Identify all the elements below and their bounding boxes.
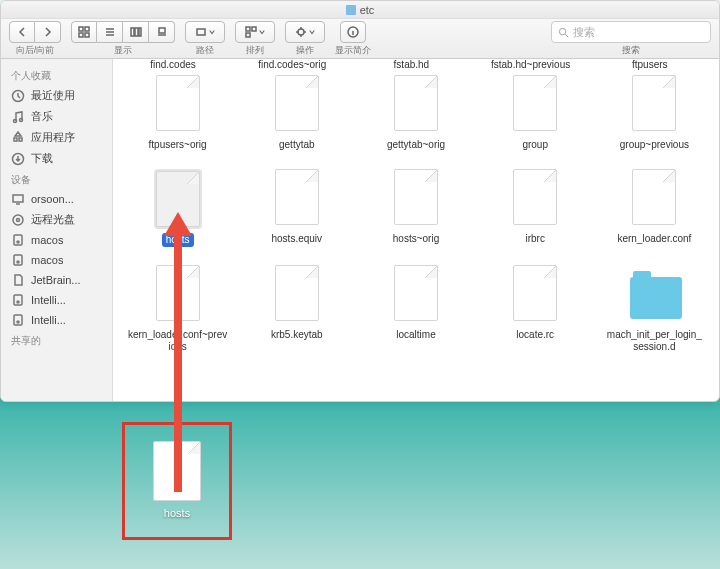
svg-point-29 [17, 321, 19, 323]
file-item[interactable]: hosts~orig [361, 169, 470, 247]
sidebar-item[interactable]: JetBrain... [1, 270, 112, 290]
file-name[interactable]: fstab.hd [361, 59, 461, 71]
file-item[interactable]: hosts.equiv [242, 169, 351, 247]
forward-button[interactable] [35, 21, 61, 43]
file-icon [513, 265, 557, 321]
disk-icon [11, 253, 25, 267]
file-item[interactable]: localtime [361, 265, 470, 353]
svg-rect-3 [85, 33, 89, 37]
file-name: mach_init_per_login_session.d [604, 329, 704, 353]
view-icon-button[interactable] [71, 21, 97, 43]
file-item[interactable]: kern_loader.conf [600, 169, 709, 247]
file-item[interactable]: mach_init_per_login_session.d [600, 265, 709, 353]
view-label: 显示 [114, 44, 132, 57]
sidebar-item[interactable]: Intelli... [1, 290, 112, 310]
file-item[interactable]: group~previous [600, 75, 709, 151]
info-button[interactable] [340, 21, 366, 43]
file-item[interactable]: ftpusers~orig [123, 75, 232, 151]
file-name: hosts~orig [393, 233, 439, 245]
apps-icon [11, 131, 25, 145]
file-name[interactable]: find.codes [123, 59, 223, 71]
file-name: hosts [162, 233, 194, 247]
file-item[interactable]: irbrc [481, 169, 590, 247]
monitor-icon [11, 192, 25, 206]
sort-button[interactable] [235, 21, 275, 43]
sidebar-item-label: 下载 [31, 151, 53, 166]
svg-point-25 [17, 261, 19, 263]
sidebar-item[interactable]: 应用程序 [1, 127, 112, 148]
file-name: ftpusers~orig [149, 139, 207, 151]
file-item[interactable]: krb5.keytab [242, 265, 351, 353]
action-button[interactable] [285, 21, 325, 43]
sidebar-item[interactable]: 音乐 [1, 106, 112, 127]
file-name: group [522, 139, 548, 151]
sidebar-item-label: Intelli... [31, 314, 66, 326]
file-name: group~previous [620, 139, 689, 151]
sidebar-item-label: 应用程序 [31, 130, 75, 145]
svg-point-21 [17, 218, 20, 221]
sidebar-item[interactable]: 下载 [1, 148, 112, 169]
disk-icon [11, 293, 25, 307]
sidebar-item-label: 最近使用 [31, 88, 75, 103]
file-icon [394, 75, 438, 131]
sidebar-item-label: orsoon... [31, 193, 74, 205]
sidebar-item[interactable]: macos [1, 250, 112, 270]
file-icon [513, 169, 557, 225]
sidebar: 个人收藏 最近使用 音乐 应用程序 下载 设备 orsoon... 远程光盘 m… [1, 59, 113, 401]
file-item[interactable]: hosts [123, 169, 232, 247]
svg-point-16 [14, 119, 17, 122]
file-icon [394, 169, 438, 225]
music-icon [11, 110, 25, 124]
svg-rect-11 [246, 33, 250, 37]
sidebar-item[interactable]: 远程光盘 [1, 209, 112, 230]
sidebar-item[interactable]: 最近使用 [1, 85, 112, 106]
titlebar[interactable]: etc [1, 1, 719, 19]
file-item[interactable]: gettytab~orig [361, 75, 470, 151]
file-name: hosts.equiv [271, 233, 322, 245]
file-item[interactable]: group [481, 75, 590, 151]
folder-icon [346, 5, 356, 15]
sidebar-item[interactable]: Intelli... [1, 310, 112, 330]
desktop-file-hosts[interactable]: hosts [122, 422, 232, 540]
file-item[interactable]: locate.rc [481, 265, 590, 353]
file-item[interactable]: gettytab [242, 75, 351, 151]
path-button[interactable] [185, 21, 225, 43]
disk-icon [11, 313, 25, 327]
file-icon [275, 265, 319, 321]
search-placeholder: 搜索 [573, 25, 595, 40]
file-name: localtime [396, 329, 435, 341]
disk-icon [11, 233, 25, 247]
doc-icon [11, 273, 25, 287]
view-column-button[interactable] [123, 21, 149, 43]
svg-point-23 [17, 241, 19, 243]
file-item[interactable]: kern_loader.conf~previous [123, 265, 232, 353]
file-name[interactable]: fstab.hd~previous [481, 59, 581, 71]
disc-icon [11, 213, 25, 227]
view-coverflow-button[interactable] [149, 21, 175, 43]
back-button[interactable] [9, 21, 35, 43]
file-icon [632, 75, 676, 131]
svg-point-17 [20, 118, 23, 121]
file-icon [156, 75, 200, 131]
path-label: 路径 [196, 44, 214, 57]
toolbar: 向后/向前 显示 路径 排列 操作 显示简介 [1, 19, 719, 59]
sidebar-item[interactable]: orsoon... [1, 189, 112, 209]
file-icon [156, 265, 200, 321]
file-icon [394, 265, 438, 321]
sidebar-item[interactable]: macos [1, 230, 112, 250]
svg-point-27 [17, 301, 19, 303]
file-icon [275, 75, 319, 131]
search-input[interactable]: 搜索 [551, 21, 711, 43]
view-list-button[interactable] [97, 21, 123, 43]
clock-icon [11, 89, 25, 103]
file-name[interactable]: find.codes~orig [242, 59, 342, 71]
sidebar-item-label: 远程光盘 [31, 212, 75, 227]
sidebar-favorites-header: 个人收藏 [1, 65, 112, 85]
file-name: hosts [164, 507, 190, 520]
file-name[interactable]: ftpusers [600, 59, 700, 71]
svg-point-14 [559, 28, 565, 34]
svg-rect-8 [197, 29, 205, 35]
svg-rect-2 [79, 33, 83, 37]
search-label: 搜索 [622, 44, 640, 57]
file-grid[interactable]: find.codesfind.codes~origfstab.hdfstab.h… [113, 59, 719, 401]
